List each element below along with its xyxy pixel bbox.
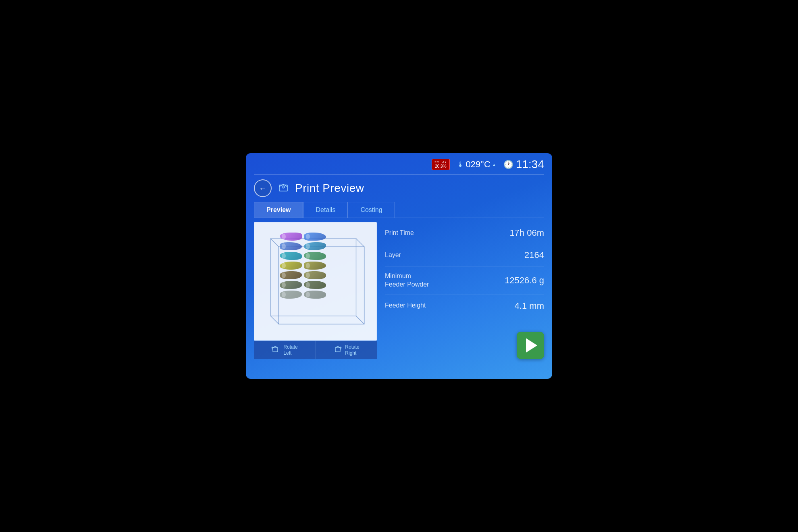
layer-value: 2164 [524, 250, 544, 260]
feeder-powder-label: MinimumFeeder Powder [385, 272, 429, 289]
tab-costing[interactable]: Costing [348, 202, 395, 218]
o2-value: 20.9% [435, 164, 446, 169]
svg-rect-10 [335, 348, 340, 352]
page-header: ← Print Preview [246, 175, 552, 202]
rotate-right-icon [333, 345, 342, 355]
tab-details[interactable]: Details [303, 202, 348, 218]
feeder-powder-value: 12526.6 g [505, 275, 544, 286]
status-bar: ≈≈ O₂ 20.9% 🌡 029°C ▲ 🕐 11:34 [246, 153, 552, 174]
rotate-left-button[interactable]: Rotate Left [254, 341, 316, 359]
back-button[interactable]: ← [254, 179, 272, 197]
svg-point-2 [283, 187, 284, 187]
print-time-label: Print Time [385, 229, 414, 237]
print-time-row: Print Time 17h 06m [385, 222, 544, 244]
page-title: Print Preview [295, 182, 364, 195]
o2-indicator: ≈≈ O₂ 20.9% [432, 159, 449, 170]
details-panel: Print Time 17h 06m Layer 2164 MinimumFee… [385, 222, 544, 359]
back-arrow-icon: ← [259, 184, 267, 193]
feeder-powder-row: MinimumFeeder Powder 12526.6 g [385, 266, 544, 295]
parts-visualization [264, 231, 341, 299]
rotate-right-button[interactable]: Rotate Right [316, 341, 377, 359]
layer-row: Layer 2164 [385, 244, 544, 266]
main-content: Rotate Left Rotate Right [246, 218, 552, 363]
rotate-left-label: Rotate Left [283, 344, 297, 356]
clock-display: 🕐 11:34 [503, 158, 544, 171]
play-icon [526, 338, 537, 353]
rotate-right-label: Rotate Right [345, 344, 359, 356]
preview-image [254, 222, 377, 341]
temp-trend-icon: ▲ [492, 162, 496, 167]
svg-rect-9 [273, 348, 278, 352]
time-value: 11:34 [516, 158, 544, 171]
play-button[interactable] [517, 332, 544, 359]
rotate-controls: Rotate Left Rotate Right [254, 341, 377, 359]
temperature-value: 029°C [466, 159, 490, 170]
print-time-value: 17h 06m [509, 228, 544, 238]
svg-line-6 [356, 239, 364, 247]
main-screen: ≈≈ O₂ 20.9% 🌡 029°C ▲ 🕐 11:34 ← Print Pr… [246, 153, 552, 379]
feeder-height-row: Feeder Height 4.1 mm [385, 295, 544, 317]
rotate-left-icon [271, 345, 280, 355]
feeder-height-value: 4.1 mm [515, 301, 544, 311]
clock-icon: 🕐 [503, 160, 513, 169]
svg-line-7 [270, 316, 278, 324]
tab-bar: Preview Details Costing [254, 202, 544, 218]
layer-label: Layer [385, 251, 401, 260]
temperature-display: 🌡 029°C ▲ [457, 159, 496, 170]
thermometer-icon: 🌡 [457, 160, 464, 169]
tab-preview[interactable]: Preview [254, 202, 303, 218]
preview-panel: Rotate Left Rotate Right [254, 222, 377, 359]
feeder-height-label: Feeder Height [385, 301, 426, 310]
page-icon [277, 181, 289, 195]
svg-line-8 [356, 316, 364, 324]
o2-waves-icon: ≈≈ O₂ [434, 160, 447, 164]
